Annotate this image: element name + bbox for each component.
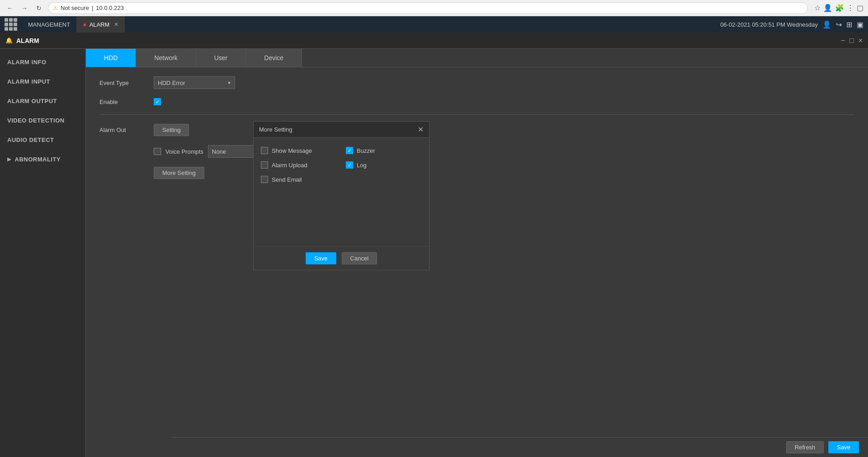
alarm-dot-icon: ●: [83, 21, 86, 28]
more-setting-modal: More Setting ✕ Show Message Buzzer: [253, 121, 429, 270]
refresh-button[interactable]: Refresh: [786, 441, 824, 453]
show-message-option[interactable]: Show Message: [261, 147, 337, 154]
tab-hdd[interactable]: HDD: [86, 49, 136, 67]
sidebar-label-video-detection: VIDEO DETECTION: [7, 117, 65, 124]
url-separator: |: [92, 5, 93, 11]
url-text: 10.0.0.223: [96, 5, 123, 11]
modal-header: More Setting ✕: [254, 122, 429, 138]
grid-view-icon[interactable]: ⊞: [846, 20, 852, 29]
save-button[interactable]: Save: [828, 441, 859, 453]
modal-body: Show Message Buzzer Alarm Upload: [254, 138, 429, 192]
tab-alarm[interactable]: ● ALARM ✕: [76, 16, 125, 33]
layout-icon[interactable]: ▣: [857, 20, 863, 29]
alarm-upload-option[interactable]: Alarm Upload: [261, 161, 337, 169]
sidebar-label-alarm-input: ALARM INPUT: [7, 78, 50, 85]
alarm-title-icon: 🔔: [5, 37, 13, 44]
sidebar-item-alarm-input[interactable]: ALARM INPUT: [0, 72, 85, 91]
alarm-out-row: Alarm Out Setting: [99, 124, 854, 136]
app-grid-button[interactable]: [5, 18, 17, 31]
alarm-upload-checkbox[interactable]: [261, 161, 268, 169]
send-email-label: Send Email: [272, 176, 302, 183]
window-toggle-icon[interactable]: ▢: [857, 4, 863, 12]
voice-prompts-row: Voice Prompts None: [99, 145, 854, 158]
modal-footer: Save Cancel: [254, 246, 429, 270]
buzzer-checkbox[interactable]: [346, 147, 353, 154]
tab-network[interactable]: Network: [136, 49, 196, 67]
sidebar-label-alarm-info: ALARM INFO: [7, 59, 47, 66]
bookmark-icon[interactable]: ☆: [814, 4, 821, 12]
voice-prompts-checkbox[interactable]: [154, 148, 161, 155]
modal-close-button[interactable]: ✕: [418, 125, 424, 134]
app-titlebar: 🔔 ALARM − □ ×: [0, 33, 868, 49]
maximize-button[interactable]: □: [849, 37, 854, 45]
address-bar[interactable]: ⚠ Not secure | 10.0.0.223: [48, 2, 808, 14]
window-controls: − □ ×: [841, 37, 863, 45]
modal-cancel-button[interactable]: Cancel: [342, 252, 377, 264]
alarm-upload-label: Alarm Upload: [272, 162, 307, 169]
taskbar-right: 06-02-2021 05:20:51 PM Wednesday 👤 ↪ ⊞ ▣: [720, 20, 863, 29]
voice-prompts-label: Voice Prompts: [165, 148, 203, 155]
divider-1: [99, 114, 854, 115]
tab-device[interactable]: Device: [246, 49, 302, 67]
taskbar: MANAGEMENT ● ALARM ✕ 06-02-2021 05:20:51…: [0, 16, 868, 33]
sidebar-item-audio-detect[interactable]: AUDIO DETECT: [0, 130, 85, 150]
more-setting-row: More Setting: [99, 167, 854, 179]
account-icon[interactable]: 👤: [823, 4, 832, 12]
tab-user-label: User: [214, 54, 228, 61]
forward-button[interactable]: →: [19, 3, 30, 14]
user-icon[interactable]: 👤: [822, 20, 831, 29]
send-email-option[interactable]: Send Email: [261, 176, 337, 183]
more-setting-button[interactable]: More Setting: [154, 167, 204, 179]
tab-bar: MANAGEMENT ● ALARM ✕: [22, 16, 125, 33]
app-area: 🔔 ALARM − □ × ALARM INFO ALARM INPUT ALA…: [0, 33, 868, 457]
event-type-select[interactable]: HDD Error: [154, 76, 235, 89]
extension-icon[interactable]: 🧩: [835, 4, 844, 12]
security-warning-icon: ⚠: [53, 5, 58, 11]
tabs-row: HDD Network User Device: [86, 49, 868, 67]
app-title: ALARM: [16, 37, 39, 44]
exit-icon[interactable]: ↪: [836, 20, 842, 29]
buzzer-label: Buzzer: [357, 147, 375, 154]
show-message-checkbox[interactable]: [261, 147, 268, 154]
tab-close-icon[interactable]: ✕: [114, 21, 118, 28]
tab-management[interactable]: MANAGEMENT: [22, 16, 76, 33]
log-label: Log: [357, 162, 367, 169]
event-type-select-wrapper: HDD Error: [154, 76, 235, 89]
sidebar: ALARM INFO ALARM INPUT ALARM OUTPUT VIDE…: [0, 49, 86, 457]
alarm-out-label: Alarm Out: [99, 127, 154, 133]
main-content: HDD Network User Device Event Type: [86, 49, 868, 457]
tab-alarm-label: ALARM: [90, 21, 110, 28]
setting-button[interactable]: Setting: [154, 124, 189, 136]
modal-spacer: [254, 192, 429, 246]
tab-device-label: Device: [264, 54, 283, 61]
log-option[interactable]: Log: [346, 161, 422, 169]
menu-icon[interactable]: ⋮: [847, 4, 854, 12]
enable-label: Enable: [99, 99, 154, 105]
tab-user[interactable]: User: [196, 49, 246, 67]
show-message-label: Show Message: [272, 147, 312, 154]
sidebar-item-alarm-output[interactable]: ALARM OUTPUT: [0, 91, 85, 111]
sidebar-item-alarm-info[interactable]: ALARM INFO: [0, 52, 85, 72]
reload-button[interactable]: ↻: [33, 3, 44, 14]
tab-hdd-label: HDD: [104, 54, 118, 61]
sidebar-label-audio-detect: AUDIO DETECT: [7, 137, 54, 143]
app-layout: ALARM INFO ALARM INPUT ALARM OUTPUT VIDE…: [0, 49, 868, 457]
buzzer-option[interactable]: Buzzer: [346, 147, 422, 154]
sidebar-item-video-detection[interactable]: VIDEO DETECTION: [0, 111, 85, 130]
sidebar-item-abnormality[interactable]: ▶ ABNORMALITY: [0, 150, 85, 169]
sidebar-label-alarm-output: ALARM OUTPUT: [7, 98, 57, 104]
close-button[interactable]: ×: [859, 37, 863, 45]
datetime-display: 06-02-2021 05:20:51 PM Wednesday: [720, 21, 818, 28]
modal-options-grid: Show Message Buzzer Alarm Upload: [261, 147, 422, 183]
enable-checkbox[interactable]: [154, 98, 161, 105]
security-warning-text: Not secure: [61, 5, 89, 11]
modal-save-button[interactable]: Save: [306, 252, 336, 264]
minimize-button[interactable]: −: [841, 37, 845, 45]
log-checkbox[interactable]: [346, 161, 353, 169]
chevron-right-icon: ▶: [7, 156, 11, 162]
send-email-checkbox[interactable]: [261, 176, 268, 183]
modal-title: More Setting: [259, 126, 292, 133]
back-button[interactable]: ←: [5, 3, 15, 14]
tab-management-label: MANAGEMENT: [28, 21, 70, 28]
browser-chrome: ← → ↻ ⚠ Not secure | 10.0.0.223 ☆ 👤 🧩 ⋮ …: [0, 0, 868, 16]
